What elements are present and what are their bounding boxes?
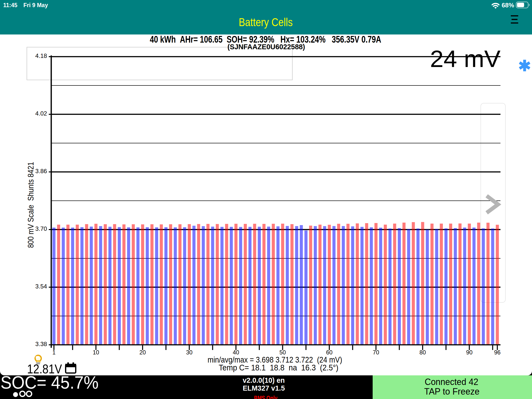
svg-text:BMS Only: BMS Only — [254, 394, 277, 399]
svg-text:v2.0.0(10) en: v2.0.0(10) en — [243, 376, 285, 384]
svg-text:ELM327 v1.5: ELM327 v1.5 — [243, 384, 285, 392]
svg-text:(SJNFAAZE0U6022588): (SJNFAAZE0U6022588) — [227, 43, 305, 51]
svg-text:800 mV Scale Shunts 8421: 800 mV Scale Shunts 8421 — [26, 162, 35, 248]
svg-text:1: 1 — [52, 349, 55, 356]
svg-text:3.54: 3.54 — [35, 283, 47, 290]
svg-text:40: 40 — [233, 349, 239, 356]
svg-text:11:45: 11:45 — [3, 2, 17, 8]
svg-text:4.18: 4.18 — [35, 52, 47, 59]
svg-text:Fri 9 May: Fri 9 May — [23, 2, 48, 8]
svg-text:50: 50 — [279, 349, 286, 356]
svg-text:3.38: 3.38 — [35, 341, 47, 347]
svg-text:68%: 68% — [502, 2, 514, 9]
svg-text:4.02: 4.02 — [35, 110, 47, 117]
svg-text:TAP to Freeze: TAP to Freeze — [424, 386, 480, 397]
svg-text:Temp C= 18.1 18.8 na 16.3: Temp C= 18.1 18.8 na 16.3 (2.5°) — [219, 363, 338, 372]
svg-text:96: 96 — [494, 349, 500, 356]
svg-text:24 mV: 24 mV — [430, 46, 500, 72]
svg-text:20: 20 — [139, 349, 146, 356]
svg-text:70: 70 — [373, 349, 379, 356]
svg-text:60: 60 — [326, 349, 332, 356]
svg-text:3.86: 3.86 — [35, 168, 47, 174]
svg-text:30: 30 — [186, 349, 192, 356]
svg-text:SOC= 45.7%: SOC= 45.7% — [0, 373, 99, 392]
svg-text:Connected 42: Connected 42 — [425, 377, 478, 387]
svg-text:80: 80 — [419, 349, 426, 356]
svg-text:90: 90 — [466, 349, 472, 356]
svg-text:10: 10 — [93, 349, 99, 356]
svg-text:3.70: 3.70 — [35, 225, 47, 232]
svg-text:Battery Cells: Battery Cells — [239, 16, 293, 28]
